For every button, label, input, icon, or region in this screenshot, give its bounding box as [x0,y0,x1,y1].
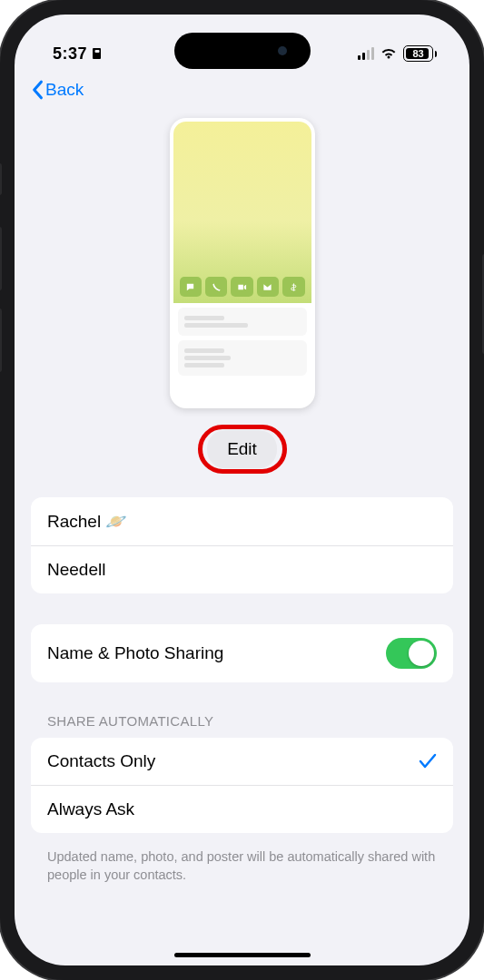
last-name-field[interactable]: Needell [31,546,453,593]
option-label: Always Ask [47,799,134,819]
pay-icon [282,277,304,297]
sharing-group: Name & Photo Sharing [31,624,453,682]
home-indicator[interactable] [174,953,311,957]
poster-placeholder-cards [173,303,311,380]
option-contacts-only[interactable]: Contacts Only [31,738,453,786]
message-icon [180,277,202,297]
chevron-left-icon [31,80,44,100]
battery-icon: 83 [403,45,437,62]
status-time: 5:37 [53,44,87,64]
annotation-highlight [198,425,287,474]
back-button[interactable]: Back [31,80,84,100]
sharing-label: Name & Photo Sharing [47,643,223,663]
battery-level: 83 [412,48,423,59]
poster-image [173,122,311,303]
share-auto-header: SHARE AUTOMATICALLY [31,713,453,738]
first-name-field[interactable]: Rachel 🪐 [31,497,453,546]
dynamic-island [174,33,311,69]
sharing-toggle[interactable] [386,638,437,669]
name-photo-sharing-row: Name & Photo Sharing [31,624,453,682]
video-icon [231,277,252,297]
first-name-value: Rachel 🪐 [47,511,127,532]
side-button [0,163,2,195]
phone-frame: 5:37 83 Back [0,0,484,980]
phone-icon [205,277,227,297]
nav-bar: Back [15,71,469,109]
contact-poster-preview[interactable] [170,118,315,408]
screen: 5:37 83 Back [15,15,469,965]
wifi-icon [380,47,397,60]
edit-button-container: Edit [31,430,453,468]
last-name-value: Needell [47,560,105,580]
back-label: Back [45,80,84,100]
share-auto-footer: Updated name, photo, and poster will be … [31,838,453,894]
card-icon [93,48,101,59]
mail-icon [257,277,279,297]
option-always-ask[interactable]: Always Ask [31,786,453,833]
checkmark-icon [419,753,437,769]
name-group: Rachel 🪐 Needell [31,497,453,593]
volume-down-button [0,309,2,372]
content: Edit Rachel 🪐 Needell Name & Photo Shari… [15,109,469,960]
cellular-icon [358,47,374,60]
option-label: Contacts Only [47,751,155,771]
volume-up-button [0,227,2,290]
share-auto-section: SHARE AUTOMATICALLY Contacts Only Always… [31,713,453,894]
poster-action-row [180,277,305,297]
